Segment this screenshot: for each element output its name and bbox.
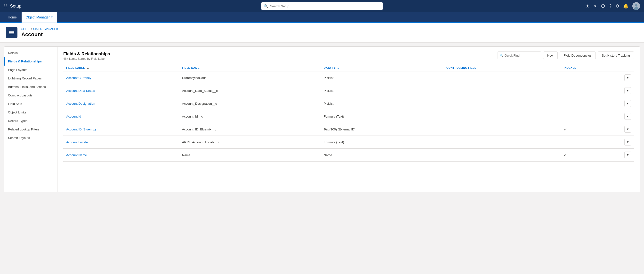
sidebar-item-related-lookup-filters[interactable]: Related Lookup Filters [4,125,57,133]
quick-find-input[interactable] [498,52,541,59]
field-name-cell: Account_Designation__c [179,97,321,110]
field-label-cell: Account Data Status [63,84,179,97]
nav-item-object-manager[interactable]: Object Manager ▼ [22,12,57,23]
sidebar-item-field-sets[interactable]: Field Sets [4,100,57,108]
action-cell: ▼ [622,110,634,123]
action-cell: ▼ [622,84,634,97]
secondary-navigation: Home Object Manager ▼ [0,12,644,23]
table-row: Account Data StatusAccount_Data_Status__… [63,84,634,97]
indexed-cell [561,97,622,110]
field-name-cell: CurrencyIsoCode [179,71,321,84]
panel-title: Fields & Relationships [63,52,110,57]
row-action-button[interactable]: ▼ [624,139,631,146]
indexed-checkmark-icon: ✓ [564,153,567,157]
table-row: Account NameNameName✓▼ [63,149,634,162]
data-type-cell: Picklist [321,97,444,110]
sidebar-item-object-limits[interactable]: Object Limits [4,108,57,117]
grid-icon[interactable]: ⠿ [4,4,7,9]
field-label-cell: Account Locale [63,136,179,149]
col-data-type: DATA TYPE [321,64,444,71]
favorites-icon[interactable]: ★ [586,4,590,9]
breadcrumb-setup[interactable]: SETUP [21,28,30,30]
action-cell: ▼ [622,136,634,149]
data-type-cell: Picklist [321,84,444,97]
avatar[interactable] [632,2,640,10]
sidebar-item-compact-layouts[interactable]: Compact Layouts [4,91,57,100]
sidebar-item-details[interactable]: Details [4,49,57,57]
page-header: SETUP > OBJECT MANAGER Account [0,23,644,43]
search-container: 🔍 [262,2,382,10]
row-action-button[interactable]: ▼ [624,100,631,107]
field-name-cell: Account_Data_Status__c [179,84,321,97]
svg-point-2 [634,7,638,10]
breadcrumb-object-manager[interactable]: OBJECT MANAGER [33,28,58,30]
sidebar-item-lightning-record-pages[interactable]: Lightning Record Pages [4,74,57,83]
sidebar-item-fields-relationships[interactable]: Fields & Relationships [4,57,57,66]
set-history-tracking-button[interactable]: Set History Tracking [598,52,634,59]
field-label-link[interactable]: Account Currency [66,76,91,80]
field-label-cell: Account Currency [63,71,179,84]
row-action-button[interactable]: ▼ [624,113,631,120]
svg-rect-4 [9,32,14,33]
indexed-cell [561,84,622,97]
col-controlling-field: CONTROLLING FIELD [444,64,561,71]
svg-rect-3 [9,31,14,32]
help-icon[interactable]: ? [609,4,612,9]
field-label-cell: Account Designation [63,97,179,110]
sidebar-item-buttons-links-actions[interactable]: Buttons, Links, and Actions [4,83,57,91]
action-cell: ▼ [622,71,634,84]
row-action-button[interactable]: ▼ [624,152,631,158]
table-row: Account LocaleAPTS_Account_Locale__cForm… [63,136,634,149]
bell-icon[interactable]: 🔔 [623,4,628,9]
table-row: Account ID (Bluemix)Account_ID_Bluemix__… [63,123,634,136]
data-type-cell: Formula (Text) [321,136,444,149]
field-label-link[interactable]: Account Data Status [66,89,95,93]
controlling-field-cell [444,110,561,123]
panel-header-text: Fields & Relationships 48+ Items, Sorted… [63,52,110,60]
sidebar-item-search-layouts[interactable]: Search Layouts [4,133,57,142]
field-name-cell: Name [179,149,321,162]
page-header-text: SETUP > OBJECT MANAGER Account [21,28,58,38]
field-name-cell: Account_ID_Bluemix__c [179,123,321,136]
action-cell: ▼ [622,149,634,162]
gear-icon[interactable]: ⚙ [616,4,619,9]
data-type-cell: Name [321,149,444,162]
field-label-link[interactable]: Account Locale [66,141,88,144]
field-label-cell: Account Name [63,149,179,162]
nav-item-home[interactable]: Home [4,12,20,23]
sidebar-item-page-layouts[interactable]: Page Layouts [4,66,57,74]
controlling-field-cell [444,84,561,97]
search-icon: 🔍 [264,4,268,8]
fields-table: FIELD LABEL ▲ FIELD NAME DATA TYPE CONTR… [63,64,634,162]
breadcrumb: SETUP > OBJECT MANAGER [21,28,58,30]
action-cell: ▼ [622,123,634,136]
data-type-cell: Text(100) (External ID) [321,123,444,136]
field-label-link[interactable]: Account ID (Bluemix) [66,127,96,131]
col-indexed: INDEXED [561,64,622,71]
row-action-button[interactable]: ▼ [624,126,631,133]
field-dependencies-button[interactable]: Field Dependencies [560,52,596,59]
indexed-checkmark-icon: ✓ [564,127,567,131]
field-label-link[interactable]: Account Designation [66,102,95,105]
search-input[interactable] [262,2,382,10]
indexed-cell [561,136,622,149]
field-label-link[interactable]: Account Id [66,115,81,118]
new-button[interactable]: New [543,52,558,59]
field-label-cell: Account ID (Bluemix) [63,123,179,136]
indexed-cell: ✓ [561,149,622,162]
svg-point-1 [635,4,638,7]
field-label-cell: Account Id [63,110,179,123]
quick-find-wrapper: 🔍 [498,52,541,59]
field-name-cell: APTS_Account_Locale__c [179,136,321,149]
sidebar-item-record-types[interactable]: Record Types [4,117,57,125]
bookmark-icon[interactable]: ▼ [593,4,597,8]
data-type-cell: Formula (Text) [321,110,444,123]
controlling-field-cell [444,123,561,136]
field-label-link[interactable]: Account Name [66,153,87,157]
controlling-field-cell [444,71,561,84]
col-field-label[interactable]: FIELD LABEL ▲ [63,64,179,71]
row-action-button[interactable]: ▼ [624,87,631,94]
row-action-button[interactable]: ▼ [624,74,631,81]
add-icon[interactable]: ⊕ [601,3,605,9]
page-icon [6,27,18,38]
